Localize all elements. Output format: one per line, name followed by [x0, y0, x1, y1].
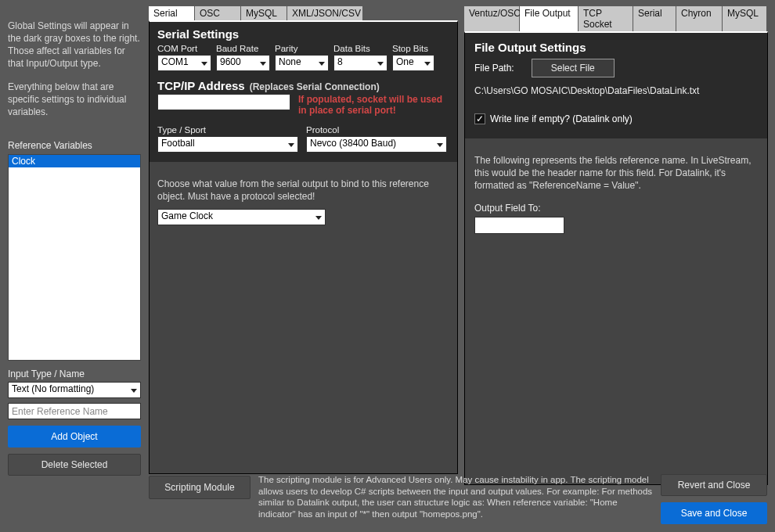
reference-variables-label: Reference Variables [8, 140, 141, 151]
output-tab-chyron[interactable]: Chyron [676, 6, 722, 31]
file-path-value: C:\Users\GO MOSAIC\Desktop\DataFiles\Dat… [474, 85, 758, 96]
data-bits-label: Data Bits [333, 44, 388, 53]
output-tabs: Ventuz/OSCFile OutputTCP SocketSerialChy… [464, 6, 768, 31]
bind-value-select[interactable]: Game Clock [157, 209, 326, 225]
output-tab-serial[interactable]: Serial [633, 6, 676, 31]
data-bits-select[interactable]: 8 [333, 55, 388, 71]
input-tab-xml-json-csv[interactable]: XML/JSON/CSV [287, 6, 362, 20]
tcp-title: TCP/IP Address [157, 79, 245, 92]
scripting-module-button[interactable]: Scripting Module [149, 476, 251, 499]
output-field-label: Output Field To: [465, 196, 767, 217]
reference-variables-list[interactable]: Clock [8, 154, 141, 361]
protocol-label: Protocol [306, 125, 447, 135]
output-field-input[interactable] [474, 217, 564, 234]
tcp-warning-2: in place of serial port! [298, 105, 449, 116]
type-sport-select[interactable]: Football [157, 136, 298, 153]
type-sport-label: Type / Sport [157, 125, 298, 135]
output-tab-ventuz-osc[interactable]: Ventuz/OSC [464, 6, 519, 31]
add-object-button[interactable]: Add Object [8, 426, 141, 448]
file-path-label: File Path: [474, 63, 514, 74]
input-type-value: Text (No formatting) [12, 383, 94, 394]
com-port-select[interactable]: COM1 [157, 55, 211, 71]
protocol-select[interactable]: Nevco (38400 Baud) [306, 136, 447, 153]
output-tab-file-output[interactable]: File Output [520, 6, 578, 31]
delete-selected-button[interactable]: Delete Selected [8, 454, 141, 476]
input-tabs: SerialOSCMySQLXML/JSON/CSV [149, 6, 458, 20]
output-tab-tcp-socket[interactable]: TCP Socket [579, 6, 633, 31]
input-tab-osc[interactable]: OSC [195, 6, 240, 20]
reference-variable-item[interactable]: Clock [9, 155, 140, 167]
tcp-subtitle: (Replaces Serial Connection) [250, 81, 380, 92]
tcp-warning-1: If populated, socket will be used [298, 94, 449, 105]
com-port-label: COM Port [157, 44, 211, 53]
serial-settings-title: Serial Settings [157, 27, 449, 41]
intro-text: Global Settings will appear in the dark … [8, 20, 141, 118]
file-output-title: File Output Settings [474, 41, 758, 54]
intro-paragraph-2: Everything below that are specific setti… [8, 81, 141, 118]
reference-name-input[interactable] [8, 403, 141, 419]
save-close-button[interactable]: Save and Close [661, 502, 767, 524]
baud-rate-label: Baud Rate [216, 44, 270, 53]
input-tab-mysql[interactable]: MySQL [241, 6, 287, 20]
baud-rate-select[interactable]: 9600 [216, 55, 270, 71]
intro-paragraph-1: Global Settings will appear in the dark … [8, 20, 141, 70]
parity-label: Parity [275, 44, 329, 53]
output-tab-mysql[interactable]: MySQL [723, 6, 766, 31]
write-empty-label: Write line if empty? (Datalink only) [490, 113, 633, 124]
stop-bits-select[interactable]: One [392, 55, 434, 71]
tcp-address-input[interactable] [157, 94, 290, 110]
input-type-select[interactable]: Text (No formatting) [8, 382, 141, 398]
revert-close-button[interactable]: Revert and Close [661, 474, 767, 496]
bind-help-text: Choose what value from the serial output… [150, 162, 457, 209]
scripting-help-text: The scripting module is for Advanced Use… [258, 474, 653, 519]
select-file-button[interactable]: Select File [532, 59, 615, 77]
output-field-help: The following represents the fields refe… [465, 138, 767, 196]
input-type-label: Input Type / Name [8, 368, 141, 379]
stop-bits-label: Stop Bits [392, 44, 434, 53]
parity-select[interactable]: None [275, 55, 329, 71]
write-empty-checkbox[interactable]: ✓ [474, 113, 485, 124]
input-tab-serial[interactable]: Serial [149, 6, 194, 20]
